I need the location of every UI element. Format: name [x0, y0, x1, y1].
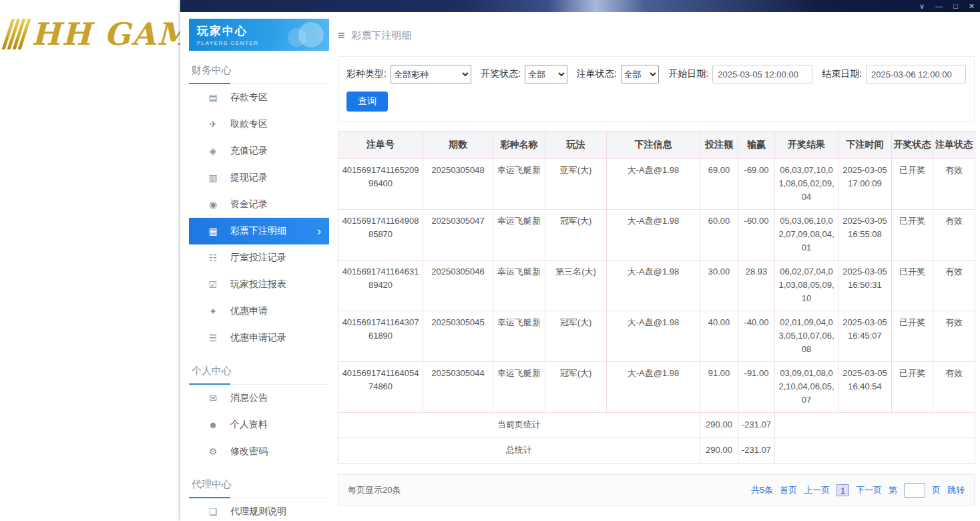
table-row: 40156917411643076189020250305045幸运飞艇新冠军(…: [338, 311, 975, 362]
jump-prefix-label: 第: [889, 484, 897, 496]
cell-draw-status: 已开奖: [892, 159, 933, 210]
cell-period: 20250305048: [423, 159, 493, 210]
recharge-record-icon: ◈: [208, 146, 218, 156]
sidebar-item-label: 个人资料: [230, 419, 268, 431]
jump-button[interactable]: 跳转: [947, 484, 965, 496]
promo-record-icon: ☰: [208, 333, 218, 343]
cell-bet-time: 2025-03-05 16:45:07: [838, 311, 892, 362]
col-header-bet-info: 下注信息: [607, 132, 700, 159]
jump-suffix-label: 页: [932, 484, 941, 496]
start-date-input[interactable]: [712, 65, 812, 83]
summary-label: 总统计: [338, 438, 700, 464]
summary-row: 当前页统计290.00-231.07: [338, 413, 975, 438]
table-row: 40156917411652099640020250305048幸运飞艇新亚军(…: [338, 159, 975, 210]
cell-win-loss: -60.00: [738, 210, 775, 260]
table-body: 40156917411652099640020250305048幸运飞艇新亚军(…: [338, 159, 975, 464]
page-size-text: 每页显示20条: [348, 484, 401, 496]
close-button[interactable]: ✕: [969, 3, 975, 10]
cell-win-loss: 28.93: [738, 260, 775, 311]
sidebar-item-hall-bets[interactable]: ☷厅室投注记录: [189, 244, 329, 271]
gamepad-icon: [298, 22, 324, 47]
cell-bet-amount: 60.00: [700, 210, 738, 260]
minimize-button[interactable]: —: [935, 3, 943, 10]
sidebar-item-funds-record[interactable]: ◉资金记录: [189, 191, 329, 218]
cell-bet-time: 2025-03-05 17:00:09: [838, 159, 892, 210]
cell-draw-status: 已开奖: [892, 362, 933, 413]
cell-bet-status: 有效: [933, 159, 975, 210]
promo-apply-icon: ✦: [208, 306, 218, 317]
draw-status-select[interactable]: 全部: [525, 65, 567, 83]
hall-bets-icon: ☷: [208, 252, 218, 263]
cell-bet-status: 有效: [933, 311, 975, 362]
cell-bet-amount: 69.00: [700, 159, 738, 210]
sidebar-item-document[interactable]: ❏代理规则说明: [189, 498, 329, 521]
cell-bet-time: 2025-03-05 16:55:08: [838, 210, 892, 260]
summary-win-loss: -231.07: [738, 438, 775, 464]
cell-draw-result: 06,03,07,10,01,08,05,02,09,04: [775, 159, 838, 210]
cell-draw-status: 已开奖: [892, 260, 933, 311]
bets-table: 注单号期数彩种名称玩法下注信息投注额输赢开奖结果下注时间开奖状态注单状态 401…: [338, 131, 975, 464]
sidebar-item-lottery-bets[interactable]: ▦彩票下注明细›: [189, 218, 329, 244]
cell-bet-amount: 91.00: [700, 362, 738, 413]
gear-icon: ⚙: [208, 446, 218, 457]
sidebar-item-player-report[interactable]: ☑玩家投注报表: [189, 271, 329, 298]
sidebar-item-user[interactable]: ☻个人资料: [189, 411, 329, 438]
sidebar-item-label: 充值记录: [230, 145, 268, 157]
bet-status-label: 注单状态:: [577, 68, 617, 80]
cell-play-type: 亚军(大): [545, 159, 607, 210]
sidebar-item-withdraw[interactable]: ✈取款专区: [189, 111, 329, 138]
cell-play-type: 冠军(大): [545, 210, 607, 260]
sidebar-item-recharge-record[interactable]: ◈充值记录: [189, 138, 329, 164]
table-row: 40156917411640547486020250305044幸运飞艇新冠军(…: [338, 362, 975, 413]
sidebar-header: 玩家中心 PLAYERS CENTER: [189, 19, 329, 51]
cell-bet-time: 2025-03-05 16:50:31: [838, 260, 892, 311]
lottery-bets-icon: ▦: [208, 226, 218, 236]
chevron-right-icon: ›: [317, 225, 321, 237]
hamburger-icon[interactable]: ≡: [338, 29, 345, 43]
cell-bet-time: 2025-03-05 16:40:54: [838, 362, 892, 413]
first-page-link[interactable]: 首页: [780, 484, 797, 496]
cell-period: 20250305047: [423, 210, 493, 260]
maximize-button[interactable]: □: [953, 3, 958, 10]
chevron-down-button[interactable]: ∨: [919, 3, 925, 10]
bell-icon: ✉: [208, 393, 218, 403]
cell-play-type: 冠军(大): [545, 311, 607, 362]
user-icon: ☻: [208, 419, 218, 430]
titlebar-controls: ∨—□✕: [919, 3, 975, 10]
sidebar-menu: 财务中心▤存款专区✈取款专区◈充值记录▥提现记录◉资金记录▦彩票下注明细›☷厅室…: [189, 60, 329, 521]
sidebar-item-bell[interactable]: ✉消息公告: [189, 385, 329, 411]
sidebar-section-title: 代理中心: [189, 474, 329, 498]
cell-order-id: 401569174116520996400: [338, 159, 423, 210]
summary-label: 当前页统计: [338, 413, 700, 438]
start-date-label: 开始日期:: [668, 68, 708, 80]
cell-bet-status: 有效: [933, 260, 975, 311]
prev-page-link[interactable]: 上一页: [804, 484, 830, 496]
summary-bet-amount: 290.00: [700, 438, 738, 464]
col-header-lottery-name: 彩种名称: [493, 132, 545, 159]
pagination-bar: 每页显示20条 共5条 首页 上一页 1 下一页 第 页 跳转: [338, 474, 975, 506]
sidebar-item-label: 玩家投注报表: [230, 279, 286, 291]
sidebar-item-label: 优惠申请记录: [230, 332, 286, 344]
query-button[interactable]: 查询: [346, 92, 388, 112]
sidebar-item-promo-record[interactable]: ☰优惠申请记录: [189, 325, 329, 351]
sidebar-item-deposit[interactable]: ▤存款专区: [189, 84, 329, 111]
sidebar-item-label: 消息公告: [230, 392, 268, 404]
lottery-type-select[interactable]: 全部彩种: [391, 65, 471, 83]
sidebar-item-promo-apply[interactable]: ✦优惠申请: [189, 298, 329, 325]
bet-status-select[interactable]: 全部: [621, 65, 660, 83]
cell-bet-status: 有效: [933, 210, 975, 260]
sidebar-item-cashout-record[interactable]: ▥提现记录: [189, 164, 329, 191]
summary-empty: [775, 438, 975, 464]
cell-order-id: 401569174116405474860: [338, 362, 423, 413]
cell-draw-status: 已开奖: [892, 210, 933, 260]
next-page-link[interactable]: 下一页: [856, 484, 882, 496]
cell-lottery-name: 幸运飞艇新: [493, 362, 545, 413]
sidebar-item-gear[interactable]: ⚙修改密码: [189, 438, 329, 465]
cell-draw-result: 05,03,06,10,02,07,09,08,04,01: [775, 210, 838, 260]
table-row: 40156917411649088587020250305047幸运飞艇新冠军(…: [338, 210, 975, 260]
page-jump-input[interactable]: [904, 483, 925, 498]
sidebar-item-label: 彩票下注明细: [230, 225, 286, 237]
end-date-input[interactable]: [866, 65, 966, 83]
current-page[interactable]: 1: [836, 484, 849, 496]
sidebar-item-label: 修改密码: [230, 446, 268, 458]
